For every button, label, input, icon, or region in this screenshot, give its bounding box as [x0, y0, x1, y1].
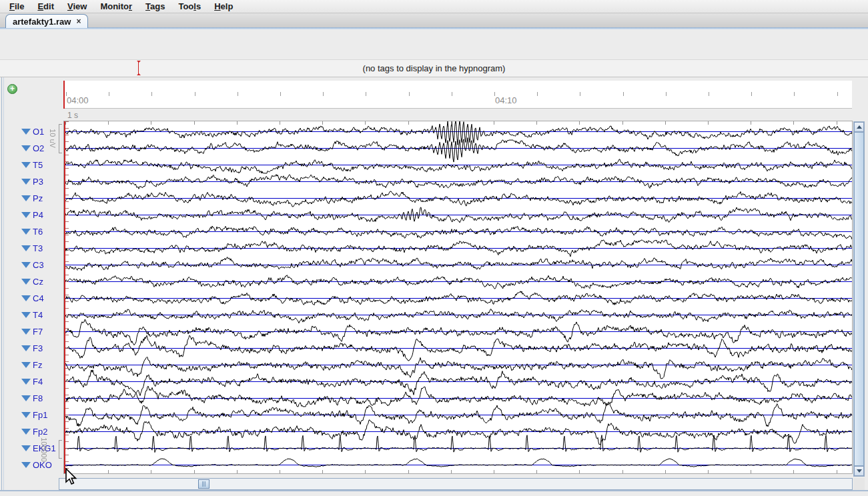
scrollbar-corner — [853, 478, 865, 490]
menu-item-view[interactable]: View — [61, 0, 93, 13]
channel-dropdown-icon[interactable] — [21, 362, 31, 368]
value-scale-bracket-ekg1 — [59, 440, 62, 459]
channel-label-t4[interactable]: T4 — [0, 309, 43, 321]
channel-dropdown-icon[interactable] — [21, 179, 31, 185]
channel-dropdown-icon[interactable] — [21, 129, 31, 135]
channel-name: P4 — [33, 210, 43, 220]
vertical-scrollbar-thumb[interactable] — [854, 132, 864, 466]
channel-label-c4[interactable]: C4 — [0, 292, 44, 304]
channel-dropdown-icon[interactable] — [21, 212, 31, 218]
channel-dropdown-icon[interactable] — [21, 195, 31, 201]
scroll-down-button[interactable] — [854, 466, 864, 476]
window-bottom-border — [0, 490, 868, 496]
channel-dropdown-icon[interactable] — [21, 295, 31, 301]
up-arrow-icon — [857, 125, 862, 129]
value-scale-text-ekg1: 100000 — [39, 435, 48, 465]
horizontal-scrollbar-thumb[interactable] — [198, 479, 209, 489]
channel-label-o2[interactable]: O2 — [0, 142, 44, 154]
channel-name: F4 — [33, 377, 43, 387]
channel-label-o1[interactable]: O1 — [0, 125, 44, 137]
menu-item-edit[interactable]: Edit — [31, 0, 61, 13]
channel-label-t3[interactable]: T3 — [0, 242, 43, 254]
channel-dropdown-icon[interactable] — [21, 162, 31, 168]
channel-name: T5 — [33, 160, 43, 170]
tab-bar: artefakty1.raw × — [0, 13, 868, 27]
time-ruler-ticks — [66, 92, 852, 96]
page-start-marker — [63, 81, 65, 109]
hypnogram-marker — [138, 61, 139, 75]
plot-bottom-ticks — [65, 470, 852, 473]
channel-label-pz[interactable]: Pz — [0, 192, 43, 204]
channel-label-f8[interactable]: F8 — [0, 392, 43, 404]
channel-dropdown-icon[interactable] — [21, 229, 31, 235]
channel-label-f4[interactable]: F4 — [0, 375, 43, 387]
channel-dropdown-icon[interactable] — [21, 245, 31, 251]
channel-label-p3[interactable]: P3 — [0, 175, 43, 187]
tab-close-icon[interactable]: × — [76, 17, 81, 25]
channel-name: C3 — [33, 260, 44, 270]
down-arrow-icon — [857, 469, 862, 473]
horizontal-scrollbar[interactable] — [59, 478, 853, 490]
scroll-up-button[interactable] — [854, 122, 864, 132]
eeg-traces-canvas[interactable] — [65, 121, 853, 473]
channel-name: Cz — [33, 277, 43, 287]
channel-name: O1 — [33, 127, 44, 137]
channel-name: P3 — [33, 177, 43, 187]
channel-name: T4 — [33, 310, 43, 320]
channel-name: T6 — [33, 227, 43, 237]
time-ruler[interactable]: 04:0004:10 — [65, 81, 852, 109]
channel-label-fp1[interactable]: Fp1 — [0, 409, 47, 421]
tab-artefakty1-raw[interactable]: artefakty1.raw × — [5, 14, 88, 28]
hypnogram-message: (no tags to display in the hypnogram) — [0, 63, 868, 73]
channel-name: F3 — [33, 343, 43, 353]
plot-top-ticks — [65, 121, 852, 125]
menu-item-tags[interactable]: Tags — [139, 0, 171, 13]
channel-name: Fp1 — [33, 410, 47, 420]
menu-item-help[interactable]: Help — [207, 0, 240, 13]
channel-name: C4 — [33, 293, 44, 303]
channel-dropdown-icon[interactable] — [21, 395, 31, 401]
channel-dropdown-icon[interactable] — [21, 312, 31, 318]
tab-title: artefakty1.raw — [13, 17, 71, 27]
channel-name: Pz — [33, 193, 43, 203]
channel-label-fz[interactable]: Fz — [0, 359, 42, 371]
channel-dropdown-icon[interactable] — [21, 145, 31, 151]
value-scale-text-o1: 10 uV — [48, 125, 57, 152]
channel-dropdown-icon[interactable] — [21, 412, 31, 418]
menu-item-tools[interactable]: Tools — [171, 0, 207, 13]
add-icon[interactable]: + — [7, 84, 17, 94]
channel-dropdown-icon[interactable] — [21, 262, 31, 268]
menu-item-file[interactable]: File — [3, 0, 31, 13]
channel-dropdown-icon[interactable] — [21, 379, 31, 385]
value-ruler-ticks — [65, 121, 69, 473]
channel-label-p4[interactable]: P4 — [0, 209, 43, 221]
channel-dropdown-icon[interactable] — [21, 462, 31, 468]
signal-plot[interactable] — [63, 121, 853, 474]
mouse-cursor — [65, 468, 78, 487]
channel-dropdown-icon[interactable] — [21, 429, 31, 435]
channel-dropdown-icon[interactable] — [21, 445, 31, 451]
channel-dropdown-icon[interactable] — [21, 279, 31, 285]
channel-dropdown-icon[interactable] — [21, 329, 31, 335]
vertical-scrollbar[interactable] — [853, 121, 865, 477]
time-label: 04:10 — [495, 95, 517, 105]
application-window: FileEditViewMonitorTagsToolsHelp artefak… — [0, 0, 868, 496]
channel-label-f7[interactable]: F7 — [0, 325, 43, 337]
channel-dropdown-icon[interactable] — [21, 345, 31, 351]
channel-label-c3[interactable]: C3 — [0, 259, 44, 271]
toolbar: FFT ✕ Time scale — [0, 29, 868, 60]
hypnogram-strip[interactable]: (no tags to display in the hypnogram) — [0, 59, 868, 77]
channel-label-cz[interactable]: Cz — [0, 275, 43, 287]
channel-label-f3[interactable]: F3 — [0, 342, 43, 354]
channel-label-t5[interactable]: T5 — [0, 159, 43, 171]
channel-name: F7 — [33, 327, 43, 337]
value-scale-bracket-o1 — [59, 124, 62, 153]
channel-label-t6[interactable]: T6 — [0, 225, 43, 237]
channel-name: F8 — [33, 393, 43, 403]
menu-item-monitor[interactable]: Monitor — [93, 0, 139, 13]
time-label: 04:00 — [67, 95, 89, 105]
channel-name: T3 — [33, 243, 43, 253]
menu-bar: FileEditViewMonitorTagsToolsHelp — [0, 0, 868, 13]
channel-name: O2 — [33, 143, 44, 153]
time-scale-unit-label: 1 s — [67, 111, 78, 120]
